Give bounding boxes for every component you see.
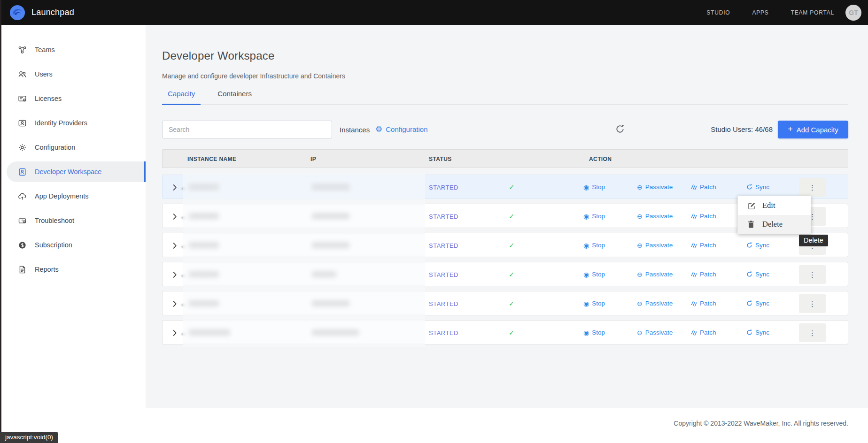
expand-chevron-icon[interactable]	[173, 214, 177, 220]
patch-action[interactable]: Patch	[691, 183, 716, 191]
expand-chevron-icon[interactable]	[173, 184, 177, 191]
expand-chevron-icon[interactable]	[173, 330, 177, 336]
stop-icon: ◉	[583, 300, 589, 307]
patch-icon	[691, 213, 697, 219]
sync-action[interactable]: Sync	[746, 329, 769, 336]
stop-icon: ◉	[583, 329, 589, 336]
sidebar-item-configuration[interactable]: Configuration	[0, 135, 146, 160]
status-text: STARTED	[429, 213, 458, 220]
patch-icon	[691, 300, 697, 306]
table-row: STARTED ✓ ◉Stop ⊖Passivate Patch Sync ⋮	[162, 262, 848, 286]
menu-item-label: Delete	[762, 220, 783, 229]
stop-action[interactable]: ◉Stop	[583, 242, 605, 249]
success-check-icon: ✓	[509, 241, 515, 250]
avatar[interactable]: GT	[845, 5, 861, 21]
expand-chevron-icon[interactable]	[173, 301, 177, 307]
stop-action[interactable]: ◉Stop	[583, 300, 605, 307]
redacted-fragment	[181, 217, 185, 219]
stop-action[interactable]: ◉Stop	[583, 183, 605, 191]
sync-action[interactable]: Sync	[746, 271, 769, 278]
column-header-status: STATUS	[429, 156, 452, 162]
refresh-icon[interactable]	[615, 124, 626, 135]
sync-action[interactable]: Sync	[746, 183, 769, 191]
redacted-fragment	[181, 246, 185, 248]
ip-redacted	[312, 242, 349, 248]
passivate-action[interactable]: ⊖Passivate	[637, 329, 673, 336]
passivate-icon: ⊖	[637, 213, 643, 220]
sidebar-item-identity-providers[interactable]: Identity Providers	[0, 111, 146, 135]
menu-item-label: Edit	[762, 201, 775, 210]
sidebar-item-app-deployments[interactable]: App Deployments	[0, 184, 146, 208]
patch-action[interactable]: Patch	[691, 329, 716, 336]
teams-icon	[18, 46, 27, 54]
ip-redacted	[312, 300, 349, 306]
row-menu-button[interactable]: ⋮	[799, 294, 826, 313]
row-menu-button[interactable]: ⋮	[799, 323, 826, 342]
menu-item-delete[interactable]: Delete	[738, 215, 811, 234]
ip-redacted	[312, 184, 349, 190]
patch-action[interactable]: Patch	[691, 300, 716, 307]
table-row: STARTED ✓ ◉Stop ⊖Passivate Patch Sync ⋮	[162, 320, 848, 344]
tabs-bar: CapacityContainers	[162, 90, 848, 105]
tab-containers[interactable]: Containers	[212, 90, 257, 104]
expand-chevron-icon[interactable]	[173, 243, 177, 249]
sidebar-item-teams[interactable]: Teams	[0, 38, 146, 62]
instance-name-redacted	[189, 271, 219, 277]
sidebar-item-subscription[interactable]: Subscription	[0, 233, 146, 257]
passivate-action[interactable]: ⊖Passivate	[637, 183, 673, 191]
page-title: Developer Workspace	[162, 49, 274, 62]
subscription-icon	[18, 241, 27, 250]
stop-action[interactable]: ◉Stop	[583, 213, 605, 220]
instance-name-redacted	[189, 329, 230, 336]
sync-icon	[746, 300, 752, 306]
sidebar-item-users[interactable]: Users	[0, 62, 146, 86]
sync-action[interactable]: Sync	[746, 242, 769, 249]
patch-action[interactable]: Patch	[691, 271, 716, 278]
stop-action[interactable]: ◉Stop	[583, 329, 605, 336]
redacted-fragment	[181, 275, 185, 277]
kebab-icon: ⋮	[809, 271, 816, 279]
passivate-action[interactable]: ⊖Passivate	[637, 300, 673, 307]
delete-tooltip: Delete	[799, 235, 828, 246]
brand-name: Launchpad	[31, 8, 74, 17]
sync-action[interactable]: Sync	[746, 300, 769, 307]
search-input[interactable]	[162, 121, 332, 138]
topnav-item-team-portal[interactable]: TEAM PORTAL	[791, 9, 834, 16]
plus-icon: +	[788, 124, 793, 134]
status-text: STARTED	[429, 300, 458, 307]
ip-redacted	[312, 329, 359, 336]
passivate-action[interactable]: ⊖Passivate	[637, 242, 673, 249]
row-menu-button[interactable]: ⋮	[799, 178, 826, 197]
tab-capacity[interactable]: Capacity	[162, 90, 201, 104]
add-capacity-button[interactable]: + Add Capacity	[778, 121, 848, 138]
sidebar-item-label: Licenses	[35, 95, 62, 102]
instance-name-redacted	[189, 300, 219, 306]
success-check-icon: ✓	[509, 212, 515, 221]
sidebar-item-troubleshoot[interactable]: Troubleshoot	[0, 208, 146, 233]
kebab-icon: ⋮	[809, 300, 816, 308]
stop-action[interactable]: ◉Stop	[583, 271, 605, 278]
redacted-fragment	[181, 333, 185, 335]
patch-action[interactable]: Patch	[691, 213, 716, 220]
topnav-item-studio[interactable]: STUDIO	[706, 9, 730, 16]
configuration-link[interactable]: ⚙ Configuration	[375, 125, 427, 133]
sidebar-item-licenses[interactable]: Licenses	[0, 86, 146, 111]
status-text: STARTED	[429, 184, 458, 191]
success-check-icon: ✓	[509, 183, 515, 191]
passivate-action[interactable]: ⊖Passivate	[637, 271, 673, 278]
table-header: INSTANCE NAMEIPSTATUSACTION	[162, 149, 848, 168]
sidebar-item-reports[interactable]: Reports	[0, 257, 146, 282]
row-menu-button[interactable]: ⋮	[799, 265, 826, 284]
menu-item-edit[interactable]: Edit	[738, 196, 811, 215]
delete-icon	[748, 221, 756, 228]
passivate-action[interactable]: ⊖Passivate	[637, 213, 673, 220]
capacity-table: INSTANCE NAMEIPSTATUSACTION STARTED ✓ ◉S…	[162, 149, 848, 349]
sidebar-item-developer-workspace[interactable]: Developer Workspace	[0, 160, 146, 184]
patch-action[interactable]: Patch	[691, 242, 716, 249]
topnav-item-apps[interactable]: APPS	[752, 9, 768, 16]
redacted-fragment	[181, 304, 185, 306]
stop-icon: ◉	[583, 242, 589, 249]
developer-workspace-icon	[18, 168, 27, 176]
kebab-icon: ⋮	[809, 329, 816, 337]
expand-chevron-icon[interactable]	[173, 272, 177, 278]
